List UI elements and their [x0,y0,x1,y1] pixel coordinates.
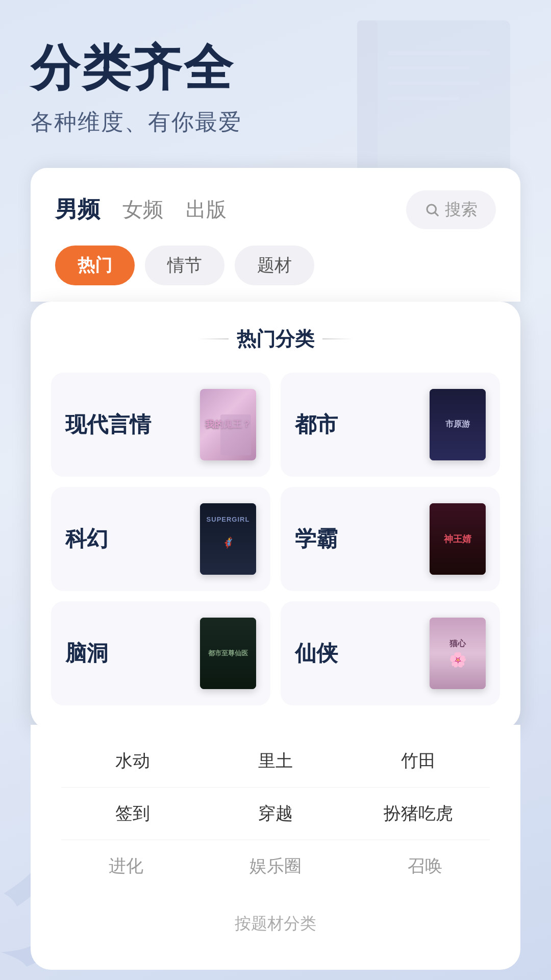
category-xueba[interactable]: 学霸 神王婧 [281,487,500,591]
main-categories-card: 热门分类 现代言情 我的鬼王？ 都市 市原游 [31,302,520,730]
category-name-6: 仙侠 [295,639,338,668]
sub-item-banzhu[interactable]: 扮猪吃虎 [347,788,490,840]
sub-label-zhutian: 竹田 [401,751,436,770]
sub-label-shuidong: 水动 [115,751,150,770]
hero-title: 分类齐全 [31,41,520,95]
sub-label-qiandao: 签到 [115,803,150,823]
tab-chuban[interactable]: 出版 [186,195,227,224]
by-subject-label[interactable]: 按题材分类 [51,913,500,945]
book-cover-3: SUPERGIRL 🦸 [200,503,256,575]
sub-row-3: 进化 娱乐圈 召唤 [51,840,500,892]
sub-item-litu[interactable]: 里土 [204,735,347,787]
hero-subtitle: 各种维度、有你最爱 [31,107,520,137]
categories-grid: 现代言情 我的鬼王？ 都市 市原游 [51,373,500,705]
category-name-4: 学霸 [295,525,338,553]
sub-label-zhaohuan: 召唤 [408,856,442,875]
category-dushi[interactable]: 都市 市原游 [281,373,500,477]
sub-item-zhutian[interactable]: 竹田 [347,735,490,787]
search-icon [424,202,440,217]
tab-nupin[interactable]: 女频 [122,195,163,224]
category-name-3: 科幻 [65,525,108,553]
filter-ticai[interactable]: 题材 [235,246,314,285]
book-cover-1: 我的鬼王？ [200,389,256,460]
book-cover-2: 市原游 [430,389,486,460]
sub-label-chuanyue: 穿越 [258,803,293,823]
category-xiandaiyanqing[interactable]: 现代言情 我的鬼王？ [51,373,270,477]
filter-qingjie[interactable]: 情节 [145,246,224,285]
sub-row-2: 签到 穿越 扮猪吃虎 [61,788,490,840]
tab-card: 男频 女频 出版 搜索 热门 情节 题材 [31,168,520,302]
sub-label-litu: 里土 [258,751,293,770]
filter-pills: 热门 情节 题材 [55,246,496,285]
page-content: 分类齐全 各种维度、有你最爱 男频 女频 出版 搜索 热门 情节 题材 [0,0,551,980]
sub-item-zhaohuan[interactable]: 召唤 [350,840,500,892]
filter-hot[interactable]: 热门 [55,246,135,285]
book-cover-6: 猫心 🌸 [430,618,486,689]
search-label: 搜索 [445,199,478,221]
category-naodong[interactable]: 脑洞 都市至尊仙医 [51,601,270,705]
svg-line-7 [435,212,438,215]
book-cover-5: 都市至尊仙医 [200,618,256,689]
sub-label-yuleyuan: 娱乐圈 [249,856,302,875]
section-title: 热门分类 [51,326,500,352]
sub-item-yuleyuan[interactable]: 娱乐圈 [201,840,350,892]
category-name-2: 都市 [295,410,338,439]
category-kehuan[interactable]: 科幻 SUPERGIRL 🦸 [51,487,270,591]
tab-nav: 男频 女频 出版 搜索 [55,190,496,229]
sub-item-chuanyue[interactable]: 穿越 [204,788,347,840]
book-cover-4: 神王婧 [430,503,486,575]
sub-row-1: 水动 里土 竹田 [61,735,490,788]
sub-item-qiandao[interactable]: 签到 [61,788,204,840]
category-name-1: 现代言情 [65,410,151,439]
category-name-5: 脑洞 [65,639,108,668]
tab-nav-left: 男频 女频 出版 [55,194,227,225]
sub-item-shuidong[interactable]: 水动 [61,735,204,787]
category-xianxia[interactable]: 仙侠 猫心 🌸 [281,601,500,705]
sub-item-jinhua[interactable]: 进化 [51,840,201,892]
tab-nanpin[interactable]: 男频 [55,194,100,225]
secondary-section: 水动 里土 竹田 签到 穿越 扮猪吃虎 进化 [31,725,520,970]
search-button[interactable]: 搜索 [406,190,496,229]
sub-label-banzhu: 扮猪吃虎 [384,803,453,823]
sub-label-jinhua: 进化 [109,856,143,875]
